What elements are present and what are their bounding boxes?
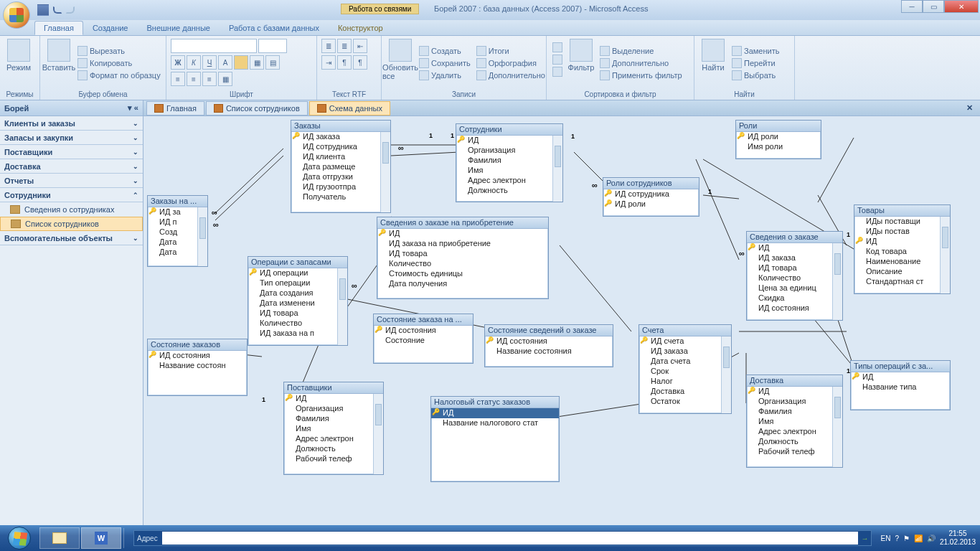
relationships-canvas[interactable]: Заказы ИД заказа ИД сотрудника ИД клиент… <box>143 116 980 532</box>
field[interactable]: ИД <box>284 394 383 404</box>
scrollbar[interactable] <box>940 217 950 293</box>
field[interactable]: ИДы поставщи <box>854 217 950 227</box>
field[interactable]: Дата счета <box>639 357 731 367</box>
replace-button[interactable]: Заменить <box>730 45 781 57</box>
field[interactable]: Наименование <box>854 257 950 267</box>
table-header[interactable]: Операции с запасами <box>248 257 347 268</box>
scrollbar[interactable] <box>373 394 383 474</box>
field[interactable]: ИД заказа <box>747 253 842 263</box>
navgroup-suppliers[interactable]: Поставщики⌄ <box>0 145 143 159</box>
flag-icon[interactable]: ⚑ <box>903 534 910 542</box>
spelling-button[interactable]: Орфография <box>475 57 547 69</box>
altcolor-button[interactable]: ▤ <box>265 55 280 70</box>
scrollbar[interactable] <box>197 207 207 266</box>
field[interactable]: Дата размеще <box>291 162 390 172</box>
field[interactable]: Адрес электрон <box>747 427 842 437</box>
field[interactable]: Организация <box>284 404 383 414</box>
clear-sort-button[interactable] <box>551 66 564 77</box>
field[interactable]: Фамилия <box>747 407 842 417</box>
select-button[interactable]: Выбрать <box>730 70 781 81</box>
goto-button[interactable]: Перейти <box>730 57 781 69</box>
table-sotr[interactable]: Сотрудники ИД Организация Фамилия Имя Ад… <box>456 123 563 202</box>
field[interactable]: Фамилия <box>456 156 562 166</box>
field[interactable]: Налог <box>639 377 731 387</box>
rtl-button[interactable]: ¶ <box>353 55 367 70</box>
table-tovary[interactable]: Товары ИДы поставщи ИДы постав ИД Код то… <box>854 204 951 294</box>
table-soszakna[interactable]: Состояние заказа на ... ИД состояния Сос… <box>373 314 473 364</box>
table-dostavka[interactable]: Доставка ИД Организация Фамилия Имя Адре… <box>746 375 843 468</box>
paste-button[interactable]: Вставить <box>44 37 73 89</box>
tab-external[interactable]: Внешние данные <box>138 21 220 35</box>
sort-desc-button[interactable] <box>551 54 564 65</box>
field[interactable]: Описание <box>854 267 950 277</box>
field[interactable]: Название состоян <box>148 361 247 371</box>
lang-indicator[interactable]: EN <box>880 534 890 542</box>
field[interactable]: ИД заказа <box>639 347 731 357</box>
numbering-button[interactable]: ≣ <box>337 39 352 53</box>
table-roli[interactable]: Роли ИД роли Имя роли <box>735 120 821 159</box>
ltr-button[interactable]: ¶ <box>337 55 352 70</box>
align-left-button[interactable]: ≡ <box>171 72 185 86</box>
office-button[interactable] <box>3 1 30 29</box>
field[interactable]: Название налогового стат <box>431 418 559 428</box>
table-header[interactable]: Типы операций с за... <box>851 361 950 372</box>
network-icon[interactable]: 📶 <box>914 534 923 542</box>
field[interactable]: ИД заказа <box>291 132 390 142</box>
navitem-employee-details[interactable]: Сведения о сотрудниках <box>0 202 143 217</box>
table-zakazyna[interactable]: Заказы на ... ИД за ИД п Созд Дата Дата <box>147 195 208 267</box>
tab-design[interactable]: Конструктор <box>329 21 392 35</box>
table-svedzak[interactable]: Сведения о заказе ИД ИД заказа ИД товара… <box>746 231 843 321</box>
field[interactable]: ИДы постав <box>854 227 950 237</box>
fontcolor-button[interactable]: A <box>218 55 232 70</box>
doctab-schema[interactable]: Схема данных <box>309 101 390 116</box>
navgroup-delivery[interactable]: Доставка⌄ <box>0 159 143 174</box>
field[interactable]: Стоимость единицы <box>377 269 548 279</box>
field[interactable]: ИД роли <box>736 132 821 142</box>
field[interactable]: ИД <box>851 372 950 382</box>
totals-button[interactable]: Итоги <box>475 45 547 57</box>
navgroup-clients[interactable]: Клиенты и заказы⌄ <box>0 116 143 131</box>
table-header[interactable]: Сотрудники <box>456 124 562 136</box>
scrollbar[interactable] <box>832 387 842 467</box>
field[interactable]: ИД состояния <box>374 326 473 336</box>
field[interactable]: Название типа <box>851 382 950 392</box>
task-word[interactable]: W <box>81 527 121 549</box>
scrollbar[interactable] <box>552 136 562 202</box>
table-header[interactable]: Заказы на ... <box>148 196 207 207</box>
field[interactable]: Доставка <box>639 387 731 397</box>
field[interactable]: Количество <box>377 259 548 269</box>
field[interactable]: Состояние <box>374 336 473 346</box>
table-soszak[interactable]: Состояние заказов ИД состояния Название … <box>147 339 248 396</box>
minimize-button[interactable]: ─ <box>901 0 923 13</box>
font-combo[interactable] <box>171 39 257 53</box>
field[interactable]: ИД сотрудника <box>603 189 699 199</box>
table-nalog[interactable]: Налоговый статус заказов ИД Название нал… <box>430 396 560 482</box>
navgroup-reports[interactable]: Отчеты⌄ <box>0 174 143 188</box>
field[interactable]: ИД состояния <box>485 336 613 347</box>
grid-button[interactable]: ▦ <box>218 72 232 86</box>
bold-button[interactable]: Ж <box>171 55 185 70</box>
field[interactable]: Количество <box>248 319 347 329</box>
scrollbar[interactable] <box>832 243 842 320</box>
field[interactable]: Адрес электрон <box>284 434 383 444</box>
sort-asc-button[interactable] <box>551 42 564 53</box>
table-operacii[interactable]: Операции с запасами ИД операции Тип опер… <box>248 256 348 346</box>
table-header[interactable]: Роли <box>736 121 821 132</box>
field[interactable]: Адрес электрон <box>456 176 562 186</box>
table-rolisotr[interactable]: Роли сотрудников ИД сотрудника ИД роли <box>603 177 699 217</box>
refresh-button[interactable]: Обновить все <box>386 37 415 89</box>
field[interactable]: ИД товара <box>747 263 842 273</box>
field[interactable]: Дата получения <box>377 279 548 289</box>
table-header[interactable]: Сведения о заказе на приобретение <box>377 217 548 229</box>
close-tab-button[interactable]: ✕ <box>962 103 977 113</box>
volume-icon[interactable]: 🔊 <box>927 534 936 542</box>
table-svedpr[interactable]: Сведения о заказе на приобретение ИД ИД … <box>377 217 549 299</box>
redo-icon[interactable] <box>66 6 75 14</box>
align-center-button[interactable]: ≡ <box>187 72 201 86</box>
field[interactable]: ИД заказа на п <box>248 329 347 339</box>
cut-button[interactable]: Вырезать <box>76 45 162 57</box>
field[interactable]: Дата изменени <box>248 298 347 309</box>
selection-button[interactable]: Выделение <box>598 45 684 57</box>
maximize-button[interactable]: ▭ <box>923 0 944 13</box>
field[interactable]: Должность <box>284 444 383 454</box>
